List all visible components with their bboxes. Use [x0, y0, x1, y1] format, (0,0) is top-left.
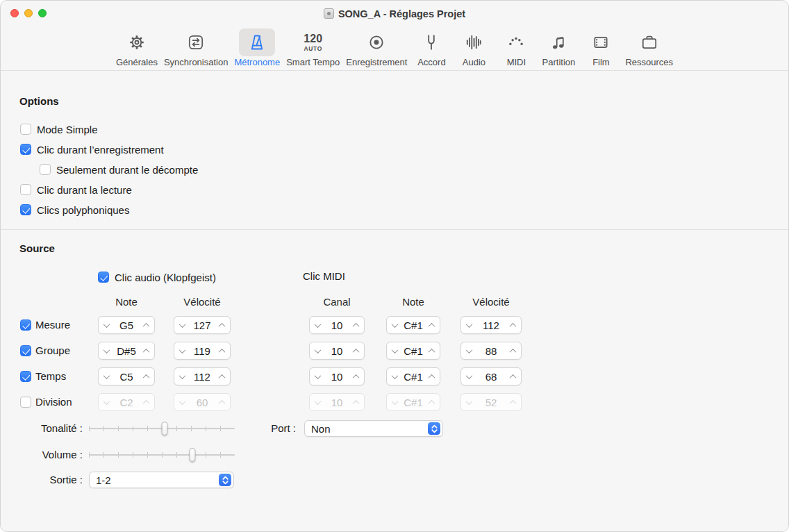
port-label: Port : — [261, 422, 296, 434]
stepper-up-icon[interactable] — [219, 374, 226, 381]
tab-label: Ressources — [625, 57, 673, 67]
mode-simple-checkbox[interactable] — [20, 124, 31, 135]
stepper-value: 88 — [472, 345, 510, 357]
tab-smart-tempo[interactable]: 120 AUTO Smart Tempo — [286, 28, 340, 67]
stepper-up-icon[interactable] — [510, 348, 517, 355]
only-during-countin-checkbox[interactable] — [40, 164, 51, 175]
zoom-button[interactable] — [38, 9, 47, 17]
row-label: Mesure — [35, 316, 70, 334]
titlebar: SONG_A - Réglages Projet — [1, 1, 788, 26]
volume-slider-thumb[interactable] — [190, 448, 196, 462]
division-row: Division C2 60 10 C#1 52 — [1, 393, 788, 411]
settings-toolbar: Générales Synchronisation — [1, 26, 788, 71]
window-title: SONG_A - Réglages Projet — [338, 8, 465, 19]
tab-synchronisation[interactable]: Synchronisation — [164, 28, 229, 67]
mesure-audio-velocity-stepper[interactable]: 127 — [174, 316, 231, 334]
groupe-midi-channel-stepper[interactable]: 10 — [309, 342, 365, 360]
mesure-midi-velocity-stepper[interactable]: 112 — [460, 316, 522, 334]
click-during-recording-checkbox[interactable] — [20, 144, 31, 155]
polyphonic-clicks-checkbox[interactable] — [20, 204, 31, 215]
polyphonic-clicks-row[interactable]: Clics polyphoniques — [20, 203, 129, 217]
midi-icon — [507, 33, 525, 51]
traffic-lights — [10, 9, 47, 17]
groupe-midi-note-stepper[interactable]: C#1 — [386, 342, 440, 360]
mode-simple-row[interactable]: Mode Simple — [20, 122, 98, 136]
click-during-playback-checkbox[interactable] — [20, 184, 31, 195]
tab-label: Générales — [116, 57, 158, 67]
groupe-audio-velocity-stepper[interactable]: 119 — [174, 342, 231, 360]
tonality-slider[interactable] — [89, 421, 235, 436]
stepper-value: 112 — [185, 371, 219, 383]
stepper-up-icon[interactable] — [353, 374, 360, 381]
tonality-label: Tonalité : — [15, 422, 83, 434]
click-during-playback-row[interactable]: Clic durant la lecture — [20, 183, 132, 197]
stepper-value: 68 — [472, 371, 510, 383]
temps-checkbox[interactable] — [20, 371, 31, 382]
tab-film[interactable]: Film — [583, 28, 619, 67]
only-during-countin-row[interactable]: Seulement durant le décompte — [40, 163, 198, 176]
click-during-recording-row[interactable]: Clic durant l’enregistrement — [20, 142, 164, 156]
stepper-up-icon[interactable] — [353, 322, 360, 329]
tab-generales[interactable]: Générales — [116, 28, 158, 67]
tab-accord[interactable]: Accord — [413, 28, 449, 67]
division-midi-channel-stepper: 10 — [309, 393, 365, 411]
midi-click-label: Clic MIDI — [303, 270, 345, 282]
stepper-up-icon[interactable] — [353, 348, 360, 355]
stepper-up-icon[interactable] — [429, 322, 435, 329]
groupe-row: Groupe D#5 119 10 C#1 88 — [1, 342, 788, 360]
tab-ressources[interactable]: Ressources — [625, 28, 673, 67]
minimize-button[interactable] — [24, 9, 33, 17]
stepper-value: 119 — [185, 345, 219, 357]
tab-midi[interactable]: MIDI — [498, 28, 534, 67]
tonality-slider-thumb[interactable] — [162, 422, 168, 435]
metronome-icon — [248, 33, 266, 51]
stepper-value: G5 — [109, 319, 144, 331]
volume-slider[interactable] — [89, 447, 235, 463]
popup-value: 1-2 — [96, 474, 111, 486]
temps-midi-velocity-stepper[interactable]: 68 — [460, 367, 522, 385]
groupe-checkbox[interactable] — [20, 345, 31, 356]
audio-click-checkbox[interactable] — [98, 272, 109, 283]
stepper-up-icon[interactable] — [429, 348, 435, 355]
division-midi-note-stepper: C#1 — [386, 393, 440, 411]
stepper-up-icon[interactable] — [143, 322, 150, 329]
temps-audio-velocity-stepper[interactable]: 112 — [174, 367, 231, 385]
stepper-value: C#1 — [397, 345, 429, 357]
division-checkbox[interactable] — [20, 397, 31, 408]
record-icon — [367, 33, 385, 51]
options-heading: Options — [19, 95, 59, 107]
audio-click-row[interactable]: Clic audio (Klopfgeist) — [98, 270, 216, 284]
temps-audio-note-stepper[interactable]: C5 — [98, 367, 155, 385]
stepper-up-icon[interactable] — [429, 374, 435, 381]
port-popup[interactable]: Non — [304, 420, 443, 437]
slider-track — [89, 454, 235, 456]
stepper-up-icon[interactable] — [143, 374, 150, 381]
tab-enregistrement[interactable]: Enregistrement — [346, 28, 407, 67]
temps-row: Temps C5 112 10 C#1 68 — [1, 367, 788, 385]
mesure-midi-note-stepper[interactable]: C#1 — [386, 316, 440, 334]
tab-metronome[interactable]: Métronome — [234, 28, 280, 67]
temps-midi-note-stepper[interactable]: C#1 — [386, 367, 440, 385]
row-label: Temps — [35, 367, 66, 385]
close-button[interactable] — [10, 9, 19, 17]
mesure-checkbox[interactable] — [20, 319, 31, 331]
stepper-up-icon[interactable] — [510, 374, 517, 381]
stepper-value: C#1 — [397, 371, 429, 383]
output-popup[interactable]: 1-2 — [89, 472, 234, 488]
output-label: Sortie : — [15, 474, 83, 485]
mesure-audio-note-stepper[interactable]: G5 — [98, 316, 155, 334]
temps-midi-channel-stepper[interactable]: 10 — [309, 367, 365, 385]
stepper-up-icon[interactable] — [219, 348, 226, 355]
stepper-up-icon[interactable] — [510, 322, 517, 329]
stepper-up-icon[interactable] — [219, 322, 226, 329]
popup-chevrons-icon — [428, 422, 440, 435]
mesure-midi-channel-stepper[interactable]: 10 — [309, 316, 365, 334]
stepper-up-icon[interactable] — [143, 348, 150, 355]
tab-partition[interactable]: Partition — [540, 28, 576, 67]
source-heading: Source — [19, 242, 55, 254]
tab-audio[interactable]: Audio — [456, 28, 492, 67]
briefcase-icon — [640, 33, 658, 51]
groupe-midi-velocity-stepper[interactable]: 88 — [460, 342, 522, 360]
gear-icon — [128, 33, 146, 51]
groupe-audio-note-stepper[interactable]: D#5 — [98, 342, 155, 360]
